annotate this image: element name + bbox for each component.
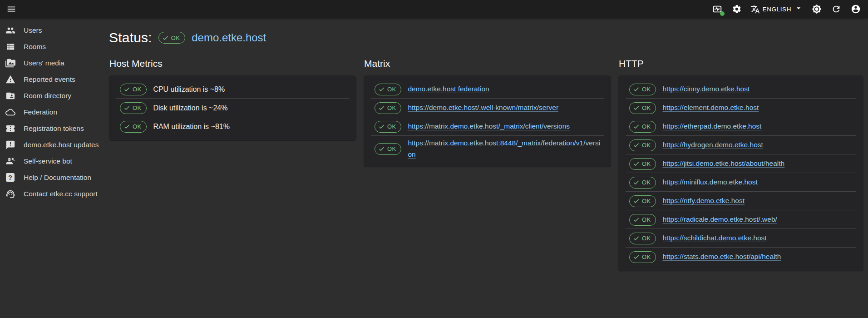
check-row: OK https://etherpad.demo.etke.host xyxy=(618,117,863,136)
monitoring-status-icon[interactable] xyxy=(711,3,723,15)
metric-text: RAM utilization is ~81% xyxy=(153,123,230,131)
hamburger-menu-icon[interactable] xyxy=(5,3,17,15)
ok-chip-label: OK xyxy=(642,235,651,242)
check-link[interactable]: https://element.demo.etke.host xyxy=(662,102,759,114)
check-icon xyxy=(378,123,385,130)
ok-chip: OK xyxy=(629,251,656,263)
check-icon xyxy=(633,235,640,242)
status-header: Status: OK demo.etke.host xyxy=(109,30,863,45)
check-link[interactable]: https://miniflux.demo.etke.host xyxy=(662,177,757,188)
check-row: OK https://miniflux.demo.etke.host xyxy=(618,173,863,192)
ok-chip-label: OK xyxy=(387,123,396,130)
ok-chip-label: OK xyxy=(387,86,396,93)
language-label: ENGLISH xyxy=(763,6,791,13)
app-bar: ENGLISH xyxy=(0,0,868,18)
check-row: OK https://radicale.demo.etke.host/.web/ xyxy=(618,210,863,229)
check-link[interactable]: https://ntfy.demo.etke.host xyxy=(662,195,745,207)
settings-gear-icon[interactable] xyxy=(731,3,743,15)
status-ok-chip: OK xyxy=(158,32,185,44)
check-link[interactable]: https://matrix.demo.etke.host/_matrix/cl… xyxy=(408,121,570,132)
check-icon xyxy=(123,123,130,130)
sidebar-item-label: Contact etke.cc support xyxy=(24,190,98,198)
host-link[interactable]: demo.etke.host xyxy=(192,31,266,44)
ok-chip: OK xyxy=(120,84,147,95)
ok-chip-label: OK xyxy=(387,104,396,111)
sidebar-item-registration-tokens[interactable]: Registration tokens xyxy=(0,120,109,137)
chevron-down-icon xyxy=(794,4,803,15)
refresh-icon[interactable] xyxy=(830,3,842,15)
sidebar-item-label: Self-service bot xyxy=(24,157,72,165)
check-link[interactable]: https://stats.demo.etke.host/api/health xyxy=(662,251,781,263)
check-link[interactable]: https://cinny.demo.etke.host xyxy=(662,84,750,95)
section-host-metrics: Host Metrics OK CPU utilization is ~8% O… xyxy=(109,58,356,271)
check-icon xyxy=(633,253,640,260)
check-icon xyxy=(633,86,640,93)
check-link[interactable]: https://etherpad.demo.etke.host xyxy=(662,121,761,132)
sidebar-item-label: Rooms xyxy=(24,43,46,51)
check-link[interactable]: https://jitsi.demo.etke.host/about/healt… xyxy=(662,158,784,169)
sidebar-item-label: Registration tokens xyxy=(24,124,84,133)
sidebar-item-federation[interactable]: Federation xyxy=(0,104,109,120)
sidebar-item-label: demo.etke.host updates xyxy=(24,141,99,149)
check-link[interactable]: https://schildichat.demo.etke.host xyxy=(662,233,766,244)
folder-shared-icon xyxy=(5,91,15,101)
online-badge xyxy=(720,11,725,16)
sidebar-item-reported-events[interactable]: Reported events xyxy=(0,71,109,88)
check-icon xyxy=(633,142,640,149)
ok-chip-label: OK xyxy=(642,123,651,130)
check-row: OK https://cinny.demo.etke.host xyxy=(618,80,863,99)
metric-text: CPU utilization is ~8% xyxy=(153,85,225,94)
section-title: HTTP xyxy=(619,58,863,69)
sidebar-item-host-updates[interactable]: demo.etke.host updates xyxy=(0,137,109,153)
ok-chip-label: OK xyxy=(642,142,651,149)
check-icon xyxy=(378,86,385,93)
check-icon xyxy=(378,145,385,152)
ok-chip: OK xyxy=(375,102,401,114)
sidebar-item-label: Users xyxy=(24,26,42,35)
sidebar-item-users[interactable]: Users xyxy=(0,22,109,39)
check-row: OK demo.etke.host federation xyxy=(364,80,611,99)
language-selector[interactable]: ENGLISH xyxy=(750,4,803,15)
support-agent-icon xyxy=(5,189,15,199)
ok-chip: OK xyxy=(629,177,656,189)
ok-chip-label: OK xyxy=(133,123,141,130)
ok-chip: OK xyxy=(629,233,656,244)
ticket-icon xyxy=(5,124,15,134)
ok-chip-label: OK xyxy=(642,179,651,186)
check-row: OK https://demo.etke.host/.well-known/ma… xyxy=(364,99,611,117)
cloud-icon xyxy=(5,107,15,117)
ok-chip: OK xyxy=(629,139,656,151)
check-link[interactable]: https://hydrogen.demo.etke.host xyxy=(662,139,763,151)
status-columns: Host Metrics OK CPU utilization is ~8% O… xyxy=(109,58,863,271)
ok-chip: OK xyxy=(629,214,656,226)
sidebar-item-self-service-bot[interactable]: Self-service bot xyxy=(0,153,109,169)
account-circle-icon[interactable] xyxy=(850,3,862,15)
ok-chip: OK xyxy=(120,121,147,133)
check-link[interactable]: https://radicale.demo.etke.host/.web/ xyxy=(662,214,777,225)
sidebar-item-room-directory[interactable]: Room directory xyxy=(0,88,109,104)
check-link[interactable]: demo.etke.host federation xyxy=(408,84,489,95)
ok-chip: OK xyxy=(629,195,656,207)
metric-row: OK RAM utilization is ~81% xyxy=(109,117,356,136)
section-http: HTTP OK https://cinny.demo.etke.host OK xyxy=(618,58,863,271)
check-row: OK https://matrix.demo.etke.host/_matrix… xyxy=(364,117,611,136)
sidebar-item-contact-support[interactable]: Contact etke.cc support xyxy=(0,186,109,202)
appbar-actions: ENGLISH xyxy=(711,3,862,15)
help-icon: ? xyxy=(5,173,15,183)
section-matrix: Matrix OK demo.etke.host federation OK xyxy=(364,58,611,271)
ok-chip: OK xyxy=(375,121,401,133)
check-link[interactable]: https://demo.etke.host/.well-known/matri… xyxy=(408,102,558,114)
sidebar-item-rooms[interactable]: Rooms xyxy=(0,39,109,55)
check-row: OK https://stats.demo.etke.host/api/heal… xyxy=(618,248,863,266)
sidebar-item-users-media[interactable]: Users' media xyxy=(0,55,109,71)
list-icon xyxy=(5,42,15,52)
check-icon xyxy=(633,104,640,111)
ok-chip-label: OK xyxy=(642,216,651,223)
sidebar-item-help[interactable]: ? Help / Documentation xyxy=(0,169,109,186)
check-link[interactable]: https://matrix.demo.etke.host:8448/_matr… xyxy=(408,138,604,160)
check-icon xyxy=(633,216,640,223)
check-icon xyxy=(633,198,640,204)
check-row: OK https://schildichat.demo.etke.host xyxy=(618,229,863,248)
check-row: OK https://hydrogen.demo.etke.host xyxy=(618,136,863,154)
theme-brightness-icon[interactable] xyxy=(811,3,823,15)
